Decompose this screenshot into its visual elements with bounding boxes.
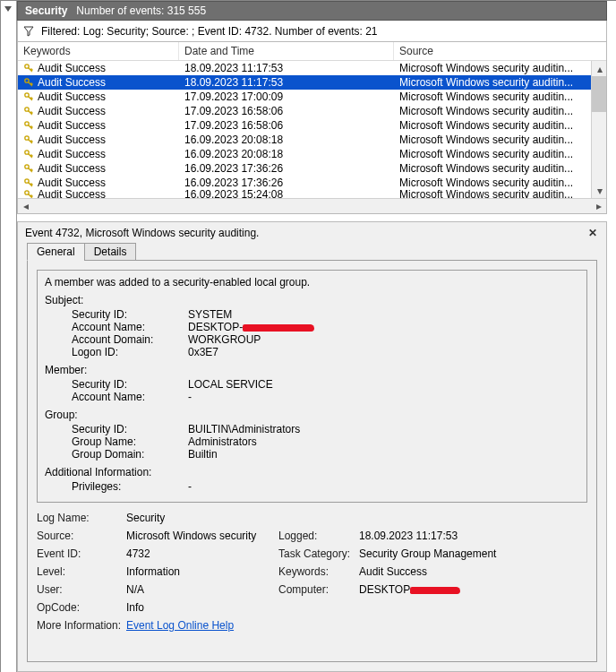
key-icon: [23, 163, 34, 174]
grid-header[interactable]: Keywords Date and Time Source: [18, 42, 606, 61]
vertical-scrollbar[interactable]: ▴ ▾: [591, 61, 606, 198]
key-icon: [23, 190, 34, 198]
message-summary: A member was added to a security-enabled…: [45, 276, 579, 289]
key-icon: [23, 91, 34, 102]
column-header-keywords[interactable]: Keywords: [18, 42, 179, 60]
key-icon: [23, 134, 34, 145]
left-gutter: [1, 1, 17, 672]
key-icon: [23, 77, 34, 88]
filter-icon: [23, 26, 34, 37]
filter-bar: Filtered: Log: Security; Source: ; Event…: [17, 21, 607, 42]
table-row[interactable]: Audit Success16.09.2023 20:08:18Microsof…: [18, 147, 606, 161]
event-summary-grid: Log Name: Security Source: Microsoft Win…: [37, 512, 587, 632]
key-icon: [23, 149, 34, 159]
scroll-down-button[interactable]: ▾: [592, 183, 606, 198]
table-row[interactable]: Audit Success16.09.2023 20:08:18Microsof…: [18, 133, 606, 147]
subject-label: Subject:: [45, 294, 579, 306]
addl-info-label: Additional Information:: [45, 466, 579, 478]
key-icon: [23, 177, 34, 188]
scroll-right-button[interactable]: ▸: [591, 199, 606, 214]
redaction-icon: [243, 324, 314, 332]
tab-details[interactable]: Details: [84, 243, 137, 261]
tab-strip: General Details: [27, 243, 603, 261]
member-label: Member:: [45, 364, 579, 376]
table-row[interactable]: Audit Success18.09.2023 11:17:53Microsof…: [18, 61, 606, 75]
column-header-datetime[interactable]: Date and Time: [179, 42, 394, 60]
table-row[interactable]: Audit Success16.09.2023 15:24:08Microsof…: [18, 190, 606, 198]
grid-body[interactable]: Audit Success18.09.2023 11:17:53Microsof…: [18, 61, 606, 198]
table-row[interactable]: Audit Success16.09.2023 17:36:26Microsof…: [18, 176, 606, 190]
detail-title: Event 4732, Microsoft Windows security a…: [25, 227, 586, 239]
log-name-title: Security: [25, 4, 67, 17]
event-detail-pane: Event 4732, Microsoft Windows security a…: [17, 221, 607, 672]
table-row[interactable]: Audit Success17.09.2023 17:00:09Microsof…: [18, 90, 606, 104]
redaction-icon: [410, 587, 460, 594]
column-header-source[interactable]: Source: [394, 42, 606, 60]
event-grid: Keywords Date and Time Source Audit Succ…: [17, 42, 607, 214]
filter-description: Filtered: Log: Security; Source: ; Event…: [41, 25, 378, 38]
table-row[interactable]: Audit Success17.09.2023 16:58:06Microsof…: [18, 118, 606, 133]
key-icon: [23, 120, 34, 131]
table-row[interactable]: Audit Success17.09.2023 16:58:06Microsof…: [18, 104, 606, 118]
close-icon[interactable]: ✕: [586, 227, 599, 239]
scroll-left-button[interactable]: ◂: [18, 199, 33, 214]
key-icon: [23, 63, 34, 73]
event-count-label: Number of events: 315 555: [76, 4, 206, 17]
tab-body-general: A member was added to a security-enabled…: [27, 260, 597, 662]
scroll-thumb[interactable]: [592, 76, 606, 112]
event-message: A member was added to a security-enabled…: [37, 270, 587, 503]
horizontal-scrollbar[interactable]: ◂ ▸: [18, 198, 606, 213]
table-row[interactable]: Audit Success16.09.2023 17:36:26Microsof…: [18, 161, 606, 176]
group-label: Group:: [45, 409, 579, 421]
event-log-online-help-link[interactable]: Event Log Online Help: [126, 619, 234, 632]
collapse-arrow-icon[interactable]: [4, 6, 12, 12]
scroll-up-button[interactable]: ▴: [592, 61, 606, 76]
table-row[interactable]: Audit Success18.09.2023 11:17:53Microsof…: [18, 75, 606, 90]
title-bar: Security Number of events: 315 555: [17, 1, 607, 21]
tab-general[interactable]: General: [27, 243, 85, 261]
key-icon: [23, 106, 34, 116]
